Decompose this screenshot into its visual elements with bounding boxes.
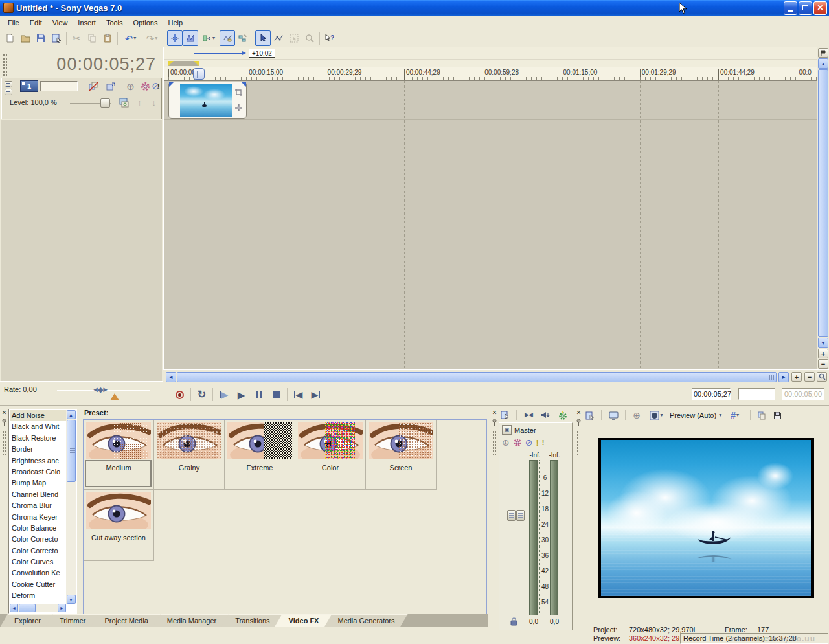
save-snapshot-button[interactable] bbox=[771, 409, 784, 422]
video-track-header[interactable]: 1 ⊕ ⊘ ! Level: 100,0 % ↑ ↓ bbox=[1, 78, 162, 119]
pause-button[interactable] bbox=[250, 387, 267, 402]
fx-close-button[interactable]: ✕ bbox=[1, 409, 8, 417]
loop-region[interactable] bbox=[168, 61, 199, 66]
video-event-clip[interactable] bbox=[168, 82, 247, 119]
preview-quality-label[interactable]: Preview (Auto) bbox=[670, 411, 716, 419]
preview-close-button[interactable]: ✕ bbox=[575, 409, 582, 417]
fx-plugin-list[interactable]: Add NoiseBlack and WhitBlack RestoreBord… bbox=[8, 409, 77, 614]
external-monitor-button[interactable] bbox=[606, 409, 620, 422]
timeline-ruler[interactable]: 00:00:00;0000:00:15;0000:00:29;2900:00:4… bbox=[164, 67, 817, 81]
menu-edit[interactable]: Edit bbox=[25, 17, 47, 28]
grip-dots[interactable] bbox=[2, 430, 6, 456]
preset-cell[interactable]: Extreme bbox=[225, 420, 295, 490]
undo-button[interactable]: ↶▾ bbox=[120, 30, 141, 46]
horizontal-scrollbar-thumb[interactable] bbox=[177, 372, 777, 382]
mixer-properties-button[interactable] bbox=[499, 409, 512, 421]
fx-scroll-up-button[interactable]: ▲ bbox=[67, 410, 76, 419]
mute-icon[interactable]: ⊘ bbox=[525, 438, 533, 447]
dock-tab-project-media[interactable]: Project Media bbox=[91, 614, 161, 627]
redo-button[interactable]: ↷▾ bbox=[141, 30, 163, 46]
minimize-button[interactable] bbox=[784, 1, 797, 15]
fx-list-item[interactable]: Broadcast Colo bbox=[10, 466, 66, 477]
grip-dots[interactable] bbox=[492, 430, 496, 456]
event-pan-crop-button[interactable] bbox=[234, 88, 244, 98]
rate-marker[interactable] bbox=[110, 393, 119, 400]
selection-length-field[interactable] bbox=[738, 388, 775, 400]
scroll-down-button[interactable]: ▼ bbox=[818, 338, 828, 348]
selection-edit-tool-button[interactable] bbox=[286, 30, 302, 46]
fx-list-item[interactable]: Black and Whit bbox=[10, 421, 66, 432]
preview-pin-button[interactable] bbox=[576, 419, 582, 426]
menu-file[interactable]: File bbox=[3, 17, 25, 28]
paste-button[interactable] bbox=[100, 30, 115, 46]
fx-list-item[interactable]: Bump Map bbox=[10, 477, 66, 489]
new-project-button[interactable] bbox=[2, 30, 17, 46]
scroll-right-button[interactable]: ► bbox=[778, 372, 789, 382]
enable-snapping-button[interactable] bbox=[167, 30, 183, 46]
fx-list-item[interactable]: Black Restore bbox=[10, 433, 66, 444]
event-fx-button[interactable] bbox=[234, 104, 244, 113]
make-compositing-child-button[interactable]: ↑ bbox=[134, 97, 145, 108]
playhead-cursor[interactable] bbox=[199, 81, 199, 369]
downmix-output-button[interactable]: ▶◀ bbox=[521, 409, 536, 421]
mixer-pin-button[interactable] bbox=[492, 419, 497, 426]
dock-tab-media-generators[interactable]: Media Generators bbox=[323, 614, 407, 627]
menu-tools[interactable]: Tools bbox=[101, 17, 128, 28]
master-fader-track[interactable] bbox=[516, 462, 516, 612]
lock-fader-icon[interactable] bbox=[510, 617, 517, 626]
auto-ripple-button[interactable]: ▾ bbox=[198, 30, 220, 46]
dock-tab-video-fx[interactable]: Video FX bbox=[275, 614, 332, 627]
menu-view[interactable]: View bbox=[47, 17, 73, 28]
timecode-display[interactable]: 00:00:05;27 bbox=[56, 54, 156, 75]
gear-icon[interactable] bbox=[513, 438, 522, 447]
vertical-scrollbar-thumb[interactable] bbox=[818, 69, 828, 337]
fx-scroll-down-button[interactable]: ▼ bbox=[67, 595, 76, 604]
auto-crossfades-button[interactable] bbox=[183, 30, 198, 46]
fx-list-item[interactable]: Channel Blend bbox=[10, 489, 66, 500]
cut-button[interactable]: ✂ bbox=[69, 30, 84, 46]
fx-list-item[interactable]: Brightness anc bbox=[10, 455, 66, 466]
bypass-motion-blur-button[interactable] bbox=[88, 81, 99, 92]
track-fx-button[interactable] bbox=[140, 81, 151, 92]
end-time-field[interactable]: 00:00:05;00 bbox=[782, 388, 824, 400]
scroll-left-button[interactable]: ◄ bbox=[166, 372, 176, 382]
master-meter-options-button[interactable]: ▣ bbox=[502, 425, 512, 435]
play-button[interactable]: ▶ bbox=[233, 387, 250, 402]
make-compositing-parent-button[interactable]: ↓ bbox=[148, 97, 159, 108]
fx-window-grip[interactable]: ✕ bbox=[0, 408, 8, 614]
zoom-tool-button[interactable] bbox=[817, 372, 827, 382]
marker-tool-button[interactable] bbox=[818, 48, 828, 58]
master-fx-button[interactable] bbox=[555, 409, 569, 421]
track-number[interactable]: 1 bbox=[20, 80, 38, 92]
menu-insert[interactable]: Insert bbox=[73, 17, 101, 28]
record-button[interactable] bbox=[171, 387, 188, 402]
rate-slider-handle[interactable]: ◄◆► bbox=[92, 385, 108, 394]
overlays-button[interactable]: #▾ bbox=[724, 409, 745, 422]
zoom-in-time-button[interactable]: + bbox=[791, 372, 802, 382]
scroll-up-button[interactable]: ▲ bbox=[818, 58, 828, 69]
play-from-start-button[interactable]: ▶ bbox=[215, 387, 233, 402]
stop-button[interactable] bbox=[267, 387, 285, 402]
go-to-end-button[interactable]: ▶ bbox=[307, 387, 324, 402]
open-button[interactable] bbox=[17, 30, 33, 46]
preset-cell[interactable]: Medium bbox=[84, 420, 154, 490]
properties-button[interactable] bbox=[49, 30, 64, 46]
solo-icon[interactable]: ! bbox=[536, 439, 538, 447]
project-properties-button[interactable] bbox=[584, 409, 596, 422]
dock-tab-media-manager[interactable]: Media Manager bbox=[153, 614, 229, 627]
mixer-window-grip[interactable]: ✕ bbox=[490, 408, 499, 632]
grip-dots[interactable] bbox=[576, 430, 580, 456]
ignore-grouping-button[interactable] bbox=[235, 30, 251, 46]
fx-list-item[interactable]: Chroma Blur bbox=[10, 500, 66, 511]
panel-grip[interactable] bbox=[3, 54, 7, 77]
preview-window-grip[interactable]: ✕ bbox=[574, 408, 583, 632]
compositing-mode-button[interactable] bbox=[119, 97, 130, 108]
zoom-in-tracks-button[interactable]: + bbox=[818, 349, 828, 358]
fx-list-item[interactable]: Color Curves bbox=[10, 557, 66, 568]
dock-tab-explorer[interactable]: Explorer bbox=[0, 614, 54, 627]
loop-playback-button[interactable]: ↻ bbox=[193, 387, 210, 402]
dock-tab-transitions[interactable]: Transitions bbox=[221, 614, 282, 627]
cursor-time-field[interactable]: 00:00:05;27 bbox=[692, 388, 731, 400]
fx-list-item[interactable]: Color Correcto bbox=[10, 546, 66, 557]
whats-this-help-button[interactable]: ? bbox=[322, 30, 337, 46]
